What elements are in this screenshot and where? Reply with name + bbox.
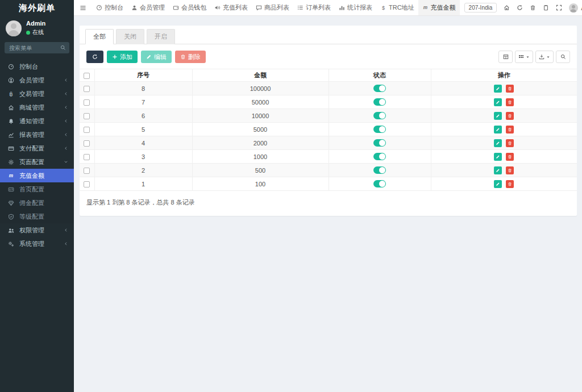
row-checkbox[interactable] xyxy=(84,154,90,160)
topnav-tab[interactable]: $ TRC地址 xyxy=(376,0,418,15)
status-toggle[interactable] xyxy=(373,98,386,106)
row-edit-button[interactable] xyxy=(494,85,502,93)
columns-button[interactable] xyxy=(515,51,533,63)
topnav-tab[interactable]: 会员管理 xyxy=(127,0,169,15)
topnav-tab[interactable]: 充值列表 xyxy=(210,0,252,15)
paste-icon[interactable] xyxy=(543,5,549,11)
column-header-amount[interactable]: 金额 xyxy=(192,69,329,82)
admin-menu[interactable]: Admin xyxy=(569,3,582,12)
sidebar-item[interactable]: B 交易管理 xyxy=(0,87,74,101)
trash-icon xyxy=(180,54,186,60)
cell-amount: 50000 xyxy=(192,95,329,109)
row-edit-button[interactable] xyxy=(494,166,502,174)
row-edit-button[interactable] xyxy=(494,98,502,106)
sidebar-item[interactable]: 等级配置 xyxy=(0,210,74,223)
row-edit-button[interactable] xyxy=(494,153,502,161)
sidebar-item[interactable]: 控制台 xyxy=(0,60,74,73)
topnav-tab[interactable]: 会员钱包 xyxy=(169,0,210,15)
row-delete-button[interactable] xyxy=(506,85,514,93)
column-header-ops[interactable]: 操作 xyxy=(431,69,577,82)
row-checkbox[interactable] xyxy=(84,127,90,133)
chevron-left-icon xyxy=(64,146,68,151)
table-row: 3 1000 xyxy=(80,150,577,164)
column-header-status[interactable]: 状态 xyxy=(329,69,431,82)
sidebar-item[interactable]: 首页配置 xyxy=(0,182,74,196)
sidebar-item[interactable]: 权限管理 xyxy=(0,223,74,237)
status-toggle[interactable] xyxy=(373,139,386,147)
column-header-seq[interactable]: 序号 xyxy=(94,69,192,82)
cell-amount: 2000 xyxy=(192,136,329,150)
table-row: 7 50000 xyxy=(80,95,577,109)
menu-search-input[interactable] xyxy=(5,42,69,53)
row-edit-button[interactable] xyxy=(494,180,502,188)
export-button[interactable] xyxy=(535,51,554,63)
row-edit-button[interactable] xyxy=(494,126,502,134)
home-icon[interactable] xyxy=(504,5,510,11)
sidebar-item[interactable]: 商城管理 xyxy=(0,101,74,114)
sidebar-item[interactable]: 系统管理 xyxy=(0,237,74,251)
status-toggle[interactable] xyxy=(373,85,386,92)
status-toggle[interactable] xyxy=(373,166,386,174)
region-badge[interactable]: 207-India xyxy=(464,3,497,12)
row-checkbox[interactable] xyxy=(84,140,90,147)
filter-tab[interactable]: 关闭 xyxy=(116,29,144,44)
row-checkbox[interactable] xyxy=(84,113,90,119)
sidebar-item[interactable]: 佣金配置 xyxy=(0,196,74,210)
trash-icon xyxy=(508,141,512,145)
bell-icon xyxy=(8,118,16,124)
chevron-left-icon xyxy=(64,228,68,232)
search-button[interactable] xyxy=(556,51,570,63)
row-delete-button[interactable] xyxy=(506,166,514,174)
status-toggle[interactable] xyxy=(373,126,386,133)
row-delete-button[interactable] xyxy=(506,126,514,134)
sidebar-item[interactable]: 支付配置 xyxy=(0,141,74,155)
user-icon xyxy=(131,5,138,11)
add-button[interactable]: 添加 xyxy=(107,51,138,63)
row-delete-button[interactable] xyxy=(506,180,514,188)
status-toggle[interactable] xyxy=(373,112,386,119)
edit-button[interactable]: 编辑 xyxy=(141,51,172,63)
status-toggle[interactable] xyxy=(373,153,386,160)
toggle-view-button[interactable] xyxy=(498,51,513,63)
sidebar-item[interactable]: 通知管理 xyxy=(0,114,74,128)
topnav-tab[interactable]: 控制台 xyxy=(92,0,127,15)
row-checkbox[interactable] xyxy=(84,86,90,92)
refresh-icon[interactable] xyxy=(517,5,523,11)
row-delete-button[interactable] xyxy=(506,153,514,161)
topnav-tab[interactable]: 统计报表 xyxy=(335,0,376,15)
row-delete-button[interactable] xyxy=(506,112,514,120)
sidebar-item[interactable]: 会员管理 xyxy=(0,73,74,87)
row-edit-button[interactable] xyxy=(494,112,502,120)
row-edit-button[interactable] xyxy=(494,139,502,147)
topnav-tab[interactable]: 订单列表 xyxy=(293,0,335,15)
table-row: 6 10000 xyxy=(80,109,577,123)
cell-seq: 4 xyxy=(94,136,192,150)
sidebar-item[interactable]: m 充值金额 xyxy=(0,169,74,182)
row-delete-button[interactable] xyxy=(506,98,514,106)
chevron-left-icon xyxy=(64,119,68,123)
filter-tab[interactable]: 开启 xyxy=(147,29,175,44)
filter-tab[interactable]: 全部 xyxy=(85,29,114,44)
cell-amount: 5000 xyxy=(192,123,329,136)
fullscreen-icon[interactable] xyxy=(556,5,562,11)
menu-toggle-icon[interactable] xyxy=(74,0,92,15)
sidebar-item[interactable]: 页面配置 xyxy=(0,155,74,169)
select-all-checkbox[interactable] xyxy=(84,73,90,79)
row-checkbox[interactable] xyxy=(84,168,90,174)
svg-text:m: m xyxy=(423,5,427,10)
refresh-button[interactable] xyxy=(86,51,103,63)
table-row: 5 5000 xyxy=(80,123,577,136)
user-name: Admin xyxy=(26,20,45,27)
panel: 全部 关闭 开启 添加 xyxy=(80,26,577,216)
status-toggle[interactable] xyxy=(373,180,386,187)
topnav-tab[interactable]: m 充值金额 xyxy=(418,0,460,15)
sidebar-item[interactable]: 报表管理 xyxy=(0,128,74,141)
row-delete-button[interactable] xyxy=(506,139,514,147)
delete-button[interactable]: 删除 xyxy=(175,51,206,63)
topnav-tab[interactable]: 商品列表 xyxy=(252,0,293,15)
row-checkbox[interactable] xyxy=(84,99,90,106)
bar-chart-icon xyxy=(339,5,345,11)
pencil-icon xyxy=(496,141,500,145)
row-checkbox[interactable] xyxy=(84,181,90,187)
trash-icon[interactable] xyxy=(530,5,536,11)
